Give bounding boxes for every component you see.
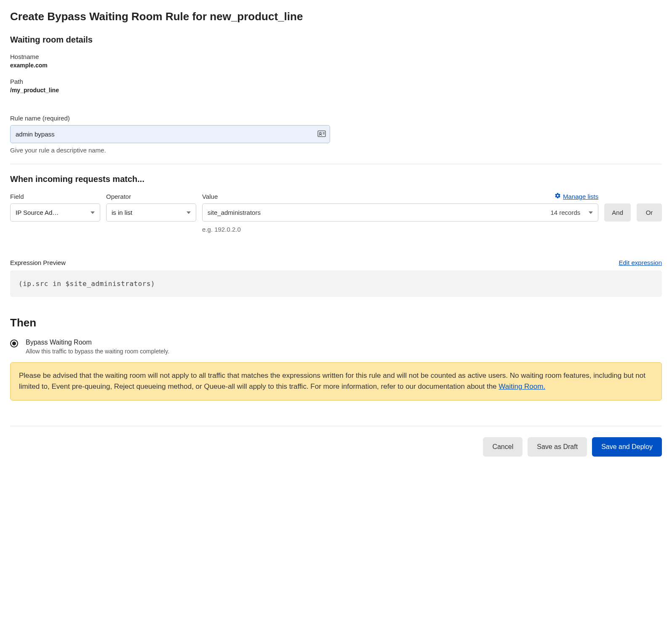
page-title: Create Bypass Waiting Room Rule for new_… [10,10,662,23]
warning-banner: Please be advised that the waiting room … [10,362,662,401]
operator-select[interactable]: is in list [106,203,196,222]
contact-card-icon [317,130,326,138]
chevron-down-icon [91,211,95,214]
save-draft-button[interactable]: Save as Draft [528,437,587,457]
chevron-down-icon [589,211,593,214]
value-example: e.g. 192.0.2.0 [202,226,600,233]
hostname-label: Hostname [10,53,662,60]
manage-lists-link[interactable]: Manage lists [555,192,598,200]
path-label: Path [10,78,662,85]
hostname-value: example.com [10,62,662,69]
field-select-value: IP Source Ad… [16,209,59,216]
field-label: Field [10,193,100,200]
bypass-waiting-room-desc: Allow this traffic to bypass the waiting… [26,348,169,355]
manage-lists-text: Manage lists [563,193,598,200]
path-value: /my_product_line [10,87,662,94]
divider [10,426,662,426]
chevron-down-icon [187,211,191,214]
operator-label: Operator [106,193,196,200]
or-button[interactable]: Or [637,203,662,222]
save-deploy-button[interactable]: Save and Deploy [592,437,662,457]
value-select-value: site_administrators [208,209,545,216]
cancel-button[interactable]: Cancel [483,437,523,457]
edit-expression-link[interactable]: Edit expression [619,259,662,266]
bypass-waiting-room-label: Bypass Waiting Room [26,339,169,346]
operator-select-value: is in list [112,209,132,216]
svg-point-1 [320,132,321,134]
field-select[interactable]: IP Source Ad… [10,203,100,222]
value-label: Value [202,193,218,200]
waiting-room-details-heading: Waiting room details [10,35,662,45]
rule-name-input[interactable] [10,125,330,143]
value-select[interactable]: site_administrators 14 records [202,203,598,222]
gear-icon [555,192,561,200]
expression-preview-code: (ip.src in $site_administrators) [10,270,662,297]
expression-preview-heading: Expression Preview [10,259,66,266]
bypass-waiting-room-radio[interactable] [10,339,18,347]
warning-text: Please be advised that the waiting room … [19,371,645,390]
and-button[interactable]: And [604,203,631,222]
waiting-room-doc-link[interactable]: Waiting Room. [499,382,545,390]
then-heading: Then [10,316,662,329]
rule-name-hint: Give your rule a descriptive name. [10,147,662,154]
value-records-count: 14 records [550,209,580,216]
rule-name-label: Rule name (required) [10,115,662,122]
match-heading: When incoming requests match... [10,174,662,184]
divider [10,164,662,164]
